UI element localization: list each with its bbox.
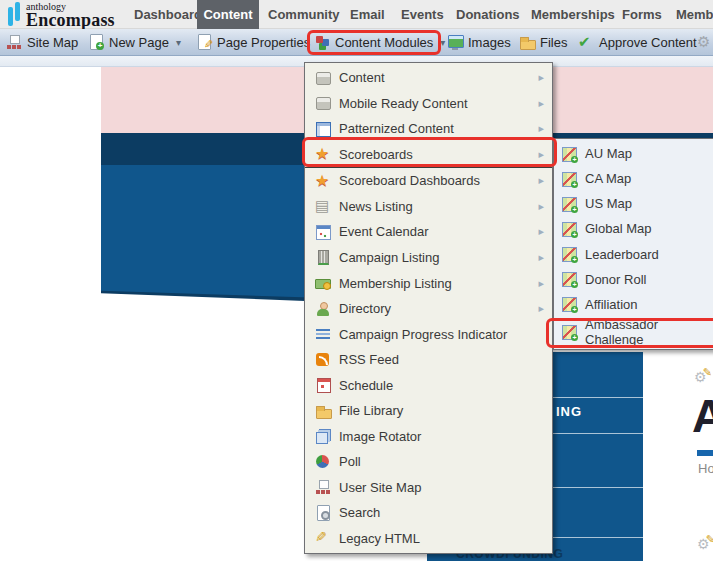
calendar-icon bbox=[315, 224, 331, 240]
menu-item-search[interactable]: Search bbox=[305, 500, 552, 526]
toolbar-button-new-page[interactable]: New Page ▾ bbox=[88, 29, 181, 55]
heading-underline-bar bbox=[697, 450, 713, 456]
brand-text: anthology Encompass bbox=[26, 1, 115, 29]
nav-tab-email[interactable]: Email bbox=[344, 0, 391, 29]
top-nav-bar: anthology Encompass Dashboard Content Co… bbox=[0, 0, 713, 29]
submenu-item-global-map[interactable]: Global Map bbox=[554, 216, 713, 241]
menu-item-label: Directory bbox=[339, 301, 391, 316]
submenu-item-label: Leaderboard bbox=[585, 247, 659, 262]
scoreboard-chart-icon bbox=[561, 171, 577, 187]
submenu-item-ca-map[interactable]: CA Map bbox=[554, 166, 713, 191]
toolbar-label: New Page bbox=[109, 35, 169, 50]
menu-item-label: User Site Map bbox=[339, 480, 421, 495]
scoreboard-chart-icon bbox=[561, 146, 577, 162]
submenu-item-affiliation[interactable]: Affiliation bbox=[554, 292, 713, 317]
toolbar-button-images[interactable]: Images bbox=[447, 29, 511, 55]
panel-divider bbox=[553, 433, 643, 434]
toolbar-label: Page Properties bbox=[217, 35, 310, 50]
page-side-nav-panel bbox=[553, 352, 643, 561]
folder-icon bbox=[315, 403, 331, 419]
page-properties-icon bbox=[196, 34, 212, 50]
scoreboard-chart-icon bbox=[561, 296, 577, 312]
panel-divider bbox=[553, 487, 643, 488]
menu-item-image-rotator[interactable]: Image Rotator bbox=[305, 423, 552, 449]
nav-tab-content[interactable]: Content bbox=[197, 0, 259, 29]
menu-item-poll[interactable]: Poll bbox=[305, 449, 552, 475]
files-folder-icon bbox=[519, 34, 535, 50]
gear-icon bbox=[697, 34, 713, 50]
chevron-down-icon: ▾ bbox=[176, 37, 181, 48]
toolbar-label: Files bbox=[540, 35, 567, 50]
nav-tab-community[interactable]: Community bbox=[262, 0, 346, 29]
menu-item-legacy-html[interactable]: Legacy HTML bbox=[305, 526, 552, 552]
menu-item-label: Search bbox=[339, 505, 380, 520]
submenu-arrow-icon: ▸ bbox=[538, 148, 544, 161]
content-modules-icon bbox=[314, 34, 330, 50]
panel-divider bbox=[553, 537, 643, 538]
edit-gear-pencil-icon[interactable] bbox=[694, 369, 710, 385]
menu-item-scoreboards[interactable]: Scoreboards ▸ bbox=[305, 142, 552, 169]
nav-tab-events[interactable]: Events bbox=[395, 0, 450, 29]
menu-item-content[interactable]: Content ▸ bbox=[305, 65, 552, 91]
toolbar-button-content-modules[interactable]: Content Modules ▾ bbox=[314, 29, 445, 55]
submenu-item-au-map[interactable]: AU Map bbox=[554, 141, 713, 166]
edit-gear-pencil-icon[interactable] bbox=[697, 536, 713, 552]
nav-tab-forms[interactable]: Forms bbox=[616, 0, 668, 29]
building-icon bbox=[315, 249, 331, 265]
toolbar-label: Images bbox=[468, 35, 511, 50]
menu-item-scoreboard-dashboards[interactable]: Scoreboard Dashboards ▸ bbox=[305, 168, 552, 194]
menu-item-directory[interactable]: Directory ▸ bbox=[305, 296, 552, 322]
submenu-item-label: US Map bbox=[585, 196, 632, 211]
submenu-item-leaderboard[interactable]: Leaderboard bbox=[554, 242, 713, 267]
approve-check-icon bbox=[578, 34, 594, 50]
brand-bars-icon bbox=[7, 1, 23, 17]
nav-tab-dashboard[interactable]: Dashboard bbox=[128, 0, 208, 29]
submenu-item-ambassador-challenge[interactable]: Ambassador Challenge bbox=[554, 317, 713, 347]
submenu-item-donor-roll[interactable]: Donor Roll bbox=[554, 267, 713, 292]
submenu-arrow-icon: ▸ bbox=[538, 225, 544, 238]
menu-item-file-library[interactable]: File Library bbox=[305, 398, 552, 424]
menu-item-schedule[interactable]: Schedule bbox=[305, 372, 552, 398]
menu-item-event-calendar[interactable]: Event Calendar ▸ bbox=[305, 219, 552, 245]
submenu-item-us-map[interactable]: US Map bbox=[554, 191, 713, 216]
submenu-item-label: Donor Roll bbox=[585, 272, 646, 287]
toolbar-button-page-properties[interactable]: Page Properties bbox=[196, 29, 310, 55]
side-nav-item-clipped[interactable]: ING bbox=[556, 404, 582, 419]
scoreboard-chart-icon bbox=[561, 324, 577, 340]
image-stack-icon bbox=[315, 428, 331, 444]
menu-item-user-site-map[interactable]: User Site Map bbox=[305, 475, 552, 501]
menu-item-label: File Library bbox=[339, 403, 403, 418]
sitemap-icon bbox=[315, 479, 331, 495]
menu-item-membership-listing[interactable]: Membership Listing ▸ bbox=[305, 270, 552, 296]
search-doc-icon bbox=[315, 505, 331, 521]
nav-tab-donations[interactable]: Donations bbox=[450, 0, 526, 29]
toolbar-label: Approve Content bbox=[599, 35, 697, 50]
submenu-arrow-icon: ▸ bbox=[538, 302, 544, 315]
menu-item-rss-feed[interactable]: RSS Feed bbox=[305, 347, 552, 373]
menu-item-campaign-listing[interactable]: Campaign Listing ▸ bbox=[305, 245, 552, 271]
menu-item-patternized-content[interactable]: Patternized Content ▸ bbox=[305, 116, 552, 142]
content-modules-menu: Content ▸ Mobile Ready Content ▸ Pattern… bbox=[304, 62, 553, 554]
toolbar-button-files[interactable]: Files bbox=[519, 29, 567, 55]
toolbar-label: Content Modules bbox=[335, 35, 433, 50]
menu-item-news-listing[interactable]: News Listing ▸ bbox=[305, 194, 552, 220]
toolbar-button-settings[interactable] bbox=[697, 29, 713, 55]
brand-logo[interactable]: anthology Encompass bbox=[7, 1, 115, 28]
submenu-item-label: AU Map bbox=[585, 146, 632, 161]
menu-item-label: Patternized Content bbox=[339, 121, 454, 136]
toolbar-button-approve-content[interactable]: Approve Content bbox=[578, 29, 697, 55]
nav-tab-memberships[interactable]: Memberships bbox=[525, 0, 621, 29]
scoreboard-star-icon bbox=[315, 173, 331, 189]
toolbar-button-site-map[interactable]: Site Map bbox=[6, 29, 78, 55]
page-heading-clipped: A bbox=[692, 394, 713, 438]
submenu-arrow-icon: ▸ bbox=[538, 97, 544, 110]
submenu-arrow-icon: ▸ bbox=[538, 277, 544, 290]
menu-item-label: Campaign Progress Indicator bbox=[339, 327, 507, 342]
menu-item-campaign-progress-indicator[interactable]: Campaign Progress Indicator bbox=[305, 321, 552, 347]
money-icon bbox=[315, 275, 331, 291]
nav-tab-members[interactable]: Membe bbox=[670, 0, 713, 29]
patternized-window-icon bbox=[315, 121, 331, 137]
menu-item-mobile-ready-content[interactable]: Mobile Ready Content ▸ bbox=[305, 91, 552, 117]
screen: anthology Encompass Dashboard Content Co… bbox=[0, 0, 713, 561]
rss-icon bbox=[315, 352, 331, 368]
